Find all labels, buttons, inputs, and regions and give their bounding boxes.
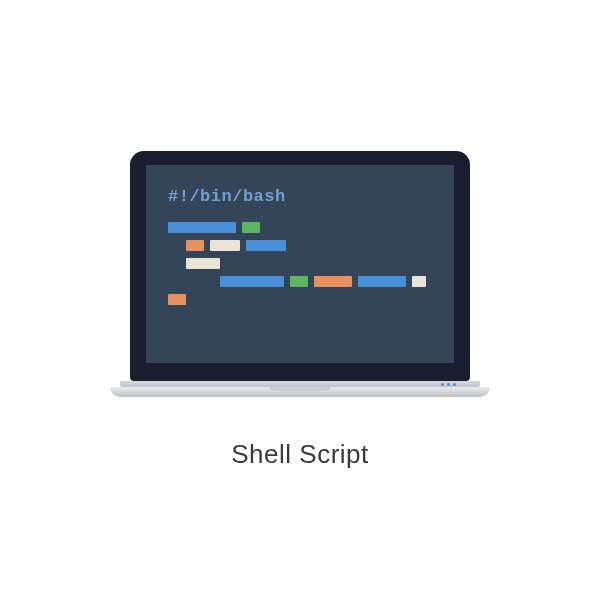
code-block [290, 276, 308, 287]
code-line [168, 294, 432, 305]
status-light-icon [453, 383, 456, 386]
laptop-notch [270, 387, 330, 391]
code-area [168, 222, 432, 305]
status-light-icon [447, 383, 450, 386]
code-line [168, 276, 432, 287]
status-light-icon [441, 383, 444, 386]
code-block [168, 222, 236, 233]
code-line [168, 222, 432, 233]
laptop-illustration: #!/bin/bash [130, 151, 470, 397]
status-lights [441, 383, 456, 386]
code-line [168, 258, 432, 269]
code-block [242, 222, 260, 233]
caption-text: Shell Script [231, 439, 369, 470]
code-block [168, 294, 186, 305]
code-block [186, 258, 220, 269]
code-block [186, 240, 204, 251]
code-block [210, 240, 240, 251]
code-line [168, 240, 432, 251]
shebang-line: #!/bin/bash [168, 187, 432, 206]
code-block [220, 276, 284, 287]
code-block [412, 276, 426, 287]
code-block [314, 276, 352, 287]
laptop-screen: #!/bin/bash [146, 165, 454, 363]
code-block [246, 240, 286, 251]
laptop-base [110, 387, 490, 397]
laptop-frame: #!/bin/bash [130, 151, 470, 381]
code-block [358, 276, 406, 287]
